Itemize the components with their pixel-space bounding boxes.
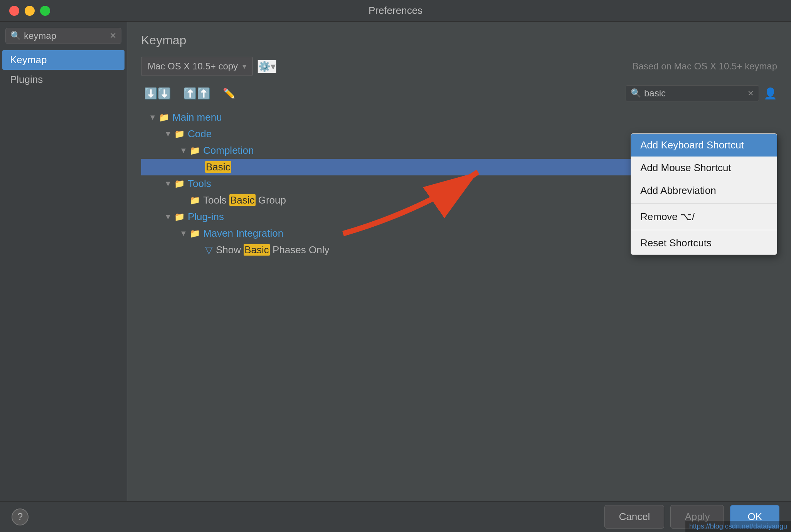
- collapse-all-button[interactable]: ⬆️⬆️: [180, 86, 214, 101]
- sidebar-item-keymap[interactable]: Keymap: [2, 50, 125, 70]
- tree-label-basic: Basic: [205, 161, 231, 173]
- arrow-icon: ▼: [164, 130, 172, 138]
- bottom-bar: ? Cancel Apply OK: [0, 501, 791, 532]
- sidebar-item-keymap-label: Keymap: [10, 54, 47, 66]
- arrow-icon: ▼: [164, 179, 172, 188]
- context-menu-add-mouse-shortcut-label: Add Mouse Shortcut: [640, 162, 731, 174]
- folder-icon: 📁: [174, 179, 185, 189]
- toolbar-search-clear-icon[interactable]: ✕: [747, 89, 754, 98]
- main-container: 🔍 ✕ Keymap Plugins Keymap Mac OS X 10.5+…: [0, 22, 791, 501]
- maximize-button[interactable]: [40, 6, 50, 16]
- folder-icon: 📁: [174, 212, 185, 222]
- titlebar-buttons: [9, 6, 50, 16]
- sidebar-search-box[interactable]: 🔍 ✕: [5, 28, 121, 44]
- toolbar-search-box[interactable]: 🔍 ✕: [626, 85, 759, 101]
- arrow-icon: ▼: [149, 113, 157, 122]
- bottom-left: ?: [12, 508, 29, 525]
- tree-label-plugins: Plug-ins: [188, 211, 224, 223]
- titlebar: Preferences: [0, 0, 791, 22]
- page-title: Keymap: [141, 33, 777, 47]
- window-title: Preferences: [369, 5, 422, 17]
- user-icon[interactable]: 👤: [764, 87, 777, 100]
- keymap-based-on-label: Based on Mac OS X 10.5+ keymap: [632, 61, 777, 72]
- context-menu-remove-label: Remove ⌥/: [640, 211, 695, 223]
- sidebar-item-plugins[interactable]: Plugins: [2, 70, 125, 89]
- context-menu-add-keyboard-shortcut-label: Add Keyboard Shortcut: [640, 139, 744, 151]
- keymap-selector-left: Mac OS X 10.5+ copy ▾ ⚙️▾: [141, 57, 276, 76]
- toolbar: ⬇️⬇️ ⬆️⬆️ ✏️ 🔍 ✕ 👤: [141, 85, 777, 101]
- context-menu-add-abbreviation[interactable]: Add Abbreviation: [631, 179, 777, 202]
- highlight-basic3: Basic: [244, 244, 270, 256]
- context-menu: Add Keyboard Shortcut Add Mouse Shortcut…: [631, 133, 777, 255]
- sidebar: 🔍 ✕ Keymap Plugins: [0, 22, 127, 501]
- sidebar-search-clear-icon[interactable]: ✕: [109, 31, 116, 41]
- sidebar-search-input[interactable]: [24, 30, 106, 41]
- tree-label-code: Code: [188, 128, 212, 140]
- keymap-dropdown[interactable]: Mac OS X 10.5+ copy ▾: [141, 57, 253, 76]
- folder-icon: 📁: [190, 229, 200, 239]
- keymap-gear-button[interactable]: ⚙️▾: [257, 60, 276, 73]
- context-menu-add-mouse-shortcut[interactable]: Add Mouse Shortcut: [631, 157, 777, 179]
- tree-label-main-menu: Main menu: [172, 111, 222, 123]
- search-icon: 🔍: [10, 31, 21, 41]
- close-button[interactable]: [9, 6, 19, 16]
- watermark: https://blog.csdn.net/dataiyangu: [685, 521, 791, 532]
- context-menu-add-abbreviation-label: Add Abbreviation: [640, 185, 716, 197]
- context-menu-separator-1: [631, 204, 777, 204]
- keymap-selector-row: Mac OS X 10.5+ copy ▾ ⚙️▾ Based on Mac O…: [141, 57, 777, 76]
- tree-label-tools: Tools: [188, 178, 211, 190]
- context-menu-separator-2: [631, 230, 777, 230]
- folder-icon: 📁: [190, 195, 200, 205]
- tree-label-completion: Completion: [203, 145, 254, 157]
- arrow-icon: ▼: [180, 146, 187, 155]
- arrow-icon: ▼: [164, 212, 172, 221]
- tree-label-maven: Maven Integration: [203, 227, 283, 239]
- chevron-down-icon: ▾: [242, 62, 246, 71]
- filter-icon: ▽: [205, 244, 213, 256]
- highlight-basic2: Basic: [229, 194, 256, 206]
- highlight-basic: Basic: [205, 161, 231, 173]
- keymap-dropdown-label: Mac OS X 10.5+ copy: [148, 61, 238, 72]
- toolbar-search-icon: 🔍: [631, 88, 641, 98]
- tree-label-show-basic-phases: Show Basic Phases Only: [216, 244, 329, 256]
- context-menu-add-keyboard-shortcut[interactable]: Add Keyboard Shortcut: [631, 134, 777, 157]
- folder-icon: 📁: [159, 113, 169, 123]
- minimize-button[interactable]: [25, 6, 35, 16]
- toolbar-left: ⬇️⬇️ ⬆️⬆️ ✏️: [141, 86, 238, 101]
- folder-icon: 📁: [190, 146, 200, 156]
- arrow-icon: ▼: [180, 229, 187, 238]
- folder-icon: 📁: [174, 129, 185, 139]
- context-menu-reset-shortcuts[interactable]: Reset Shortcuts: [631, 232, 777, 254]
- edit-button[interactable]: ✏️: [220, 86, 238, 101]
- cancel-button[interactable]: Cancel: [604, 505, 664, 529]
- content-area: Keymap Mac OS X 10.5+ copy ▾ ⚙️▾ Based o…: [127, 22, 791, 501]
- toolbar-search-input[interactable]: [644, 88, 744, 99]
- context-menu-reset-shortcuts-label: Reset Shortcuts: [640, 237, 712, 249]
- context-menu-remove[interactable]: Remove ⌥/: [631, 205, 777, 228]
- toolbar-right: 🔍 ✕ 👤: [626, 85, 777, 101]
- expand-all-button[interactable]: ⬇️⬇️: [141, 86, 174, 101]
- help-button[interactable]: ?: [12, 508, 29, 525]
- tree-label-tools-basic-group: Tools Basic Group: [203, 194, 286, 206]
- tree-item-main-menu[interactable]: ▼ 📁 Main menu: [141, 109, 777, 126]
- sidebar-item-plugins-label: Plugins: [10, 74, 43, 85]
